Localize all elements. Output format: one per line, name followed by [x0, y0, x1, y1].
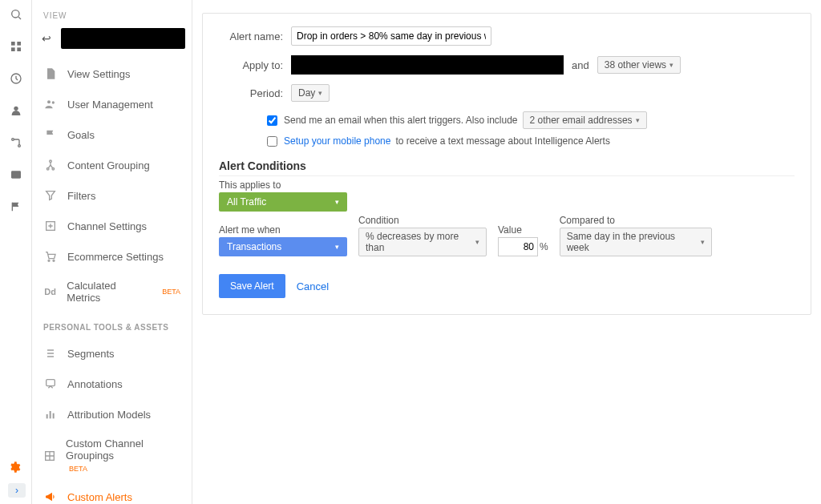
- nav-user-mgmt[interactable]: User Management: [32, 89, 192, 119]
- apply-to-redacted[interactable]: [291, 55, 564, 75]
- view-name-redacted[interactable]: [61, 28, 185, 49]
- dd-icon: Dd: [43, 284, 57, 299]
- pill-text: Transactions: [227, 241, 281, 252]
- back-arrow-icon[interactable]: ↩: [38, 32, 55, 45]
- svg-point-0: [11, 10, 18, 18]
- apply-to-label: Apply to:: [219, 59, 283, 71]
- nav-label: Content Grouping: [67, 159, 150, 171]
- dropdown-text: Same day in the previous week: [567, 231, 698, 253]
- compared-dropdown[interactable]: Same day in the previous week: [560, 228, 712, 256]
- compared-label: Compared to: [560, 215, 712, 226]
- svg-point-18: [53, 260, 55, 261]
- nav-custom-alerts[interactable]: Custom Alerts: [32, 482, 192, 504]
- nav-ecommerce[interactable]: Ecommerce Settings: [32, 241, 192, 272]
- dropdown-text: Day: [298, 87, 315, 99]
- sidebar: VIEW ↩ View Settings User Management Goa…: [32, 0, 192, 504]
- svg-rect-2: [11, 42, 15, 46]
- condition-dropdown[interactable]: % decreases by more than: [358, 228, 487, 256]
- email-check-text: Send me an email when this alert trigger…: [284, 115, 518, 126]
- nav-label: Filters: [67, 190, 95, 202]
- condition-grid: Alert me when Transactions Condition % d…: [219, 215, 795, 256]
- nav-goals[interactable]: Goals: [32, 119, 192, 150]
- dashboard-icon[interactable]: [8, 38, 24, 54]
- audience-icon[interactable]: [8, 103, 24, 119]
- nav-label: Segments: [67, 348, 115, 360]
- alert-when-label: Alert me when: [219, 224, 347, 236]
- nav-content-group[interactable]: Content Grouping: [32, 150, 192, 180]
- alert-form-card: Alert name: Apply to: and 38 other views…: [202, 13, 811, 315]
- view-selector: ↩: [32, 28, 192, 49]
- content-icon: [43, 158, 58, 172]
- nav-filters[interactable]: Filters: [32, 180, 192, 211]
- svg-rect-10: [11, 171, 21, 178]
- beta-tag: BETA: [69, 465, 87, 473]
- nav-label: Channel Settings: [67, 220, 147, 232]
- other-views-dropdown[interactable]: 38 other views: [597, 56, 681, 74]
- app-root: › VIEW ↩ View Settings User Management G…: [0, 0, 821, 504]
- svg-point-9: [18, 145, 20, 147]
- alert-when-dropdown[interactable]: Transactions: [219, 237, 347, 256]
- annotation-icon: [43, 377, 58, 391]
- sms-tail-text: to receive a text message about Intellig…: [395, 135, 610, 147]
- email-addresses-dropdown[interactable]: 2 other email addresses: [523, 111, 647, 129]
- save-button[interactable]: Save Alert: [219, 274, 285, 298]
- svg-point-11: [47, 100, 51, 103]
- pill-text: All Traffic: [227, 196, 266, 208]
- nav-label: Goals: [67, 129, 95, 141]
- search-icon[interactable]: [8, 6, 24, 22]
- icon-rail: ›: [0, 0, 32, 504]
- nav-calculated[interactable]: DdCalculated MetricsBETA: [32, 272, 192, 312]
- value-label: Value: [498, 224, 548, 236]
- tools-header: PERSONAL TOOLS & ASSETS: [32, 312, 192, 338]
- page-icon: [43, 67, 58, 81]
- dropdown-text: 38 other views: [605, 59, 666, 71]
- svg-point-7: [14, 107, 18, 111]
- svg-point-8: [11, 139, 14, 141]
- alert-name-input[interactable]: [291, 26, 491, 46]
- conversions-icon[interactable]: [8, 199, 24, 215]
- svg-line-1: [18, 17, 21, 19]
- nav-label: Annotations: [67, 378, 123, 390]
- nav-segments[interactable]: Segments: [32, 338, 192, 369]
- svg-point-12: [52, 101, 55, 103]
- sms-checkbox[interactable]: [267, 136, 277, 147]
- nav-annotations[interactable]: Annotations: [32, 369, 192, 399]
- nav-label: View Settings: [67, 68, 131, 80]
- svg-rect-22: [53, 413, 55, 419]
- email-checkbox[interactable]: [267, 115, 277, 126]
- period-dropdown[interactable]: Day: [291, 84, 330, 102]
- users-icon: [43, 97, 58, 111]
- svg-rect-5: [17, 47, 21, 51]
- value-input[interactable]: [498, 237, 538, 256]
- svg-rect-21: [50, 411, 51, 418]
- nav-custom-channel[interactable]: Custom Channel GroupingsBETA: [32, 429, 192, 482]
- view-header: VIEW: [32, 8, 192, 23]
- collapse-icon[interactable]: ›: [8, 483, 26, 498]
- conditions-header: Alert Conditions: [219, 159, 795, 172]
- grid-icon: [43, 449, 56, 463]
- flag-icon: [43, 127, 58, 142]
- and-text: and: [572, 59, 589, 71]
- nav-label: Attribution Models: [67, 409, 151, 421]
- main-panel: Alert name: Apply to: and 38 other views…: [192, 0, 821, 504]
- nav-view-settings[interactable]: View Settings: [32, 58, 192, 89]
- nav-attribution[interactable]: Attribution Models: [32, 399, 192, 429]
- setup-phone-link[interactable]: Setup your mobile phone: [284, 135, 390, 147]
- acquisition-icon[interactable]: [8, 135, 24, 151]
- cart-icon: [43, 249, 58, 264]
- dropdown-text: % decreases by more than: [366, 231, 472, 253]
- nav-label: Custom Channel Groupings: [66, 437, 144, 462]
- percent-sign: %: [540, 241, 548, 252]
- realtime-icon[interactable]: [8, 71, 24, 87]
- nav-channel[interactable]: Channel Settings: [32, 211, 192, 241]
- nav-label: User Management: [67, 99, 153, 111]
- admin-gear-icon[interactable]: [8, 461, 21, 476]
- behavior-icon[interactable]: [8, 167, 24, 183]
- nav-label: Ecommerce Settings: [67, 251, 164, 263]
- cancel-button[interactable]: Cancel: [297, 280, 329, 292]
- svg-rect-3: [17, 42, 21, 46]
- beta-tag: BETA: [162, 288, 180, 296]
- applies-to-dropdown[interactable]: All Traffic: [219, 192, 347, 212]
- dropdown-text: 2 other email addresses: [530, 115, 633, 126]
- condition-label: Condition: [358, 215, 487, 226]
